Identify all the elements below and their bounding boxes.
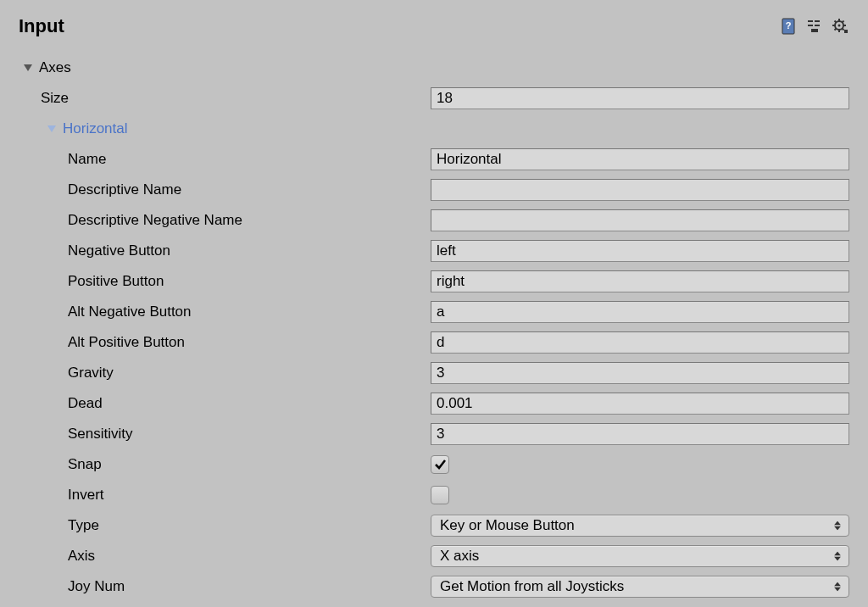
label-axis: Axis (68, 548, 95, 565)
svg-rect-3 (815, 20, 820, 22)
input-alt-negative-button[interactable] (431, 301, 849, 323)
svg-line-13 (835, 21, 837, 23)
label-size: Size (41, 90, 69, 107)
label-name: Name (68, 151, 106, 168)
svg-marker-19 (47, 125, 56, 132)
input-size[interactable] (431, 87, 849, 109)
svg-point-8 (838, 25, 841, 27)
input-gravity[interactable] (431, 362, 849, 384)
svg-rect-6 (811, 29, 818, 32)
label-gravity: Gravity (68, 365, 114, 381)
input-descriptive-name[interactable] (431, 179, 849, 201)
axis-header-horizontal[interactable]: Horizontal (63, 120, 128, 137)
svg-marker-23 (834, 557, 841, 561)
label-type: Type (68, 517, 99, 534)
chevron-updown-icon (833, 582, 842, 592)
input-name[interactable] (431, 148, 849, 170)
dropdown-joy-num[interactable]: Get Motion from all Joysticks (431, 576, 849, 598)
label-descriptive-name: Descriptive Name (68, 181, 181, 198)
label-negative-button: Negative Button (68, 242, 170, 259)
dropdown-type-value: Key or Mouse Button (440, 517, 575, 534)
label-snap: Snap (68, 456, 102, 473)
page-title: Input (19, 15, 64, 37)
dropdown-joy-num-value: Get Motion from all Joysticks (440, 578, 624, 595)
label-sensitivity: Sensitivity (68, 426, 133, 443)
chevron-updown-icon (833, 521, 842, 531)
svg-line-15 (843, 21, 844, 23)
svg-rect-4 (808, 25, 813, 26)
svg-rect-2 (808, 20, 813, 22)
label-descriptive-negative-name: Descriptive Negative Name (68, 212, 242, 229)
input-alt-positive-button[interactable] (431, 331, 849, 354)
svg-rect-5 (815, 25, 820, 26)
checkbox-invert[interactable] (431, 486, 449, 504)
svg-marker-18 (24, 64, 32, 71)
svg-marker-20 (834, 521, 841, 526)
svg-marker-25 (834, 588, 841, 592)
dropdown-axis[interactable]: X axis (431, 545, 849, 567)
preset-icon[interactable] (805, 17, 824, 36)
label-joy-num: Joy Num (68, 578, 125, 595)
input-negative-button[interactable] (431, 240, 849, 262)
gear-icon[interactable] (831, 17, 849, 36)
input-descriptive-negative-name[interactable] (431, 209, 849, 231)
axes-label: Axes (39, 59, 71, 76)
chevron-updown-icon (833, 552, 842, 561)
svg-line-16 (835, 29, 837, 31)
label-dead: Dead (68, 395, 103, 412)
svg-line-14 (843, 29, 844, 31)
foldout-toggle-horizontal[interactable] (46, 123, 58, 135)
help-icon[interactable]: ? (780, 17, 798, 36)
foldout-toggle-axes[interactable] (22, 62, 34, 74)
input-sensitivity[interactable] (431, 423, 849, 445)
checkbox-snap[interactable] (431, 455, 449, 474)
label-alt-negative-button: Alt Negative Button (68, 304, 192, 320)
svg-marker-24 (834, 582, 841, 587)
input-positive-button[interactable] (431, 270, 849, 292)
input-dead[interactable] (431, 393, 849, 415)
dropdown-type[interactable]: Key or Mouse Button (431, 515, 849, 537)
svg-marker-22 (834, 552, 841, 556)
dropdown-axis-value: X axis (440, 548, 479, 565)
svg-marker-21 (834, 526, 841, 531)
label-invert: Invert (68, 487, 104, 504)
label-positive-button: Positive Button (68, 273, 164, 290)
svg-rect-17 (844, 30, 848, 33)
svg-text:?: ? (786, 20, 792, 31)
label-alt-positive-button: Alt Positive Button (68, 334, 185, 351)
